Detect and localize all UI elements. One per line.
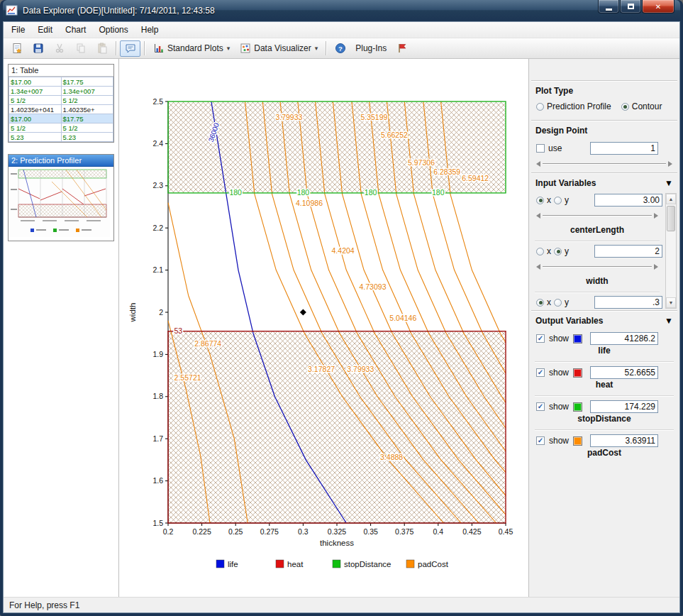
scrollbar-thumb[interactable] xyxy=(667,206,675,231)
profiler-thumbnail[interactable]: 2: Prediction Profiler xyxy=(8,154,114,241)
row3-value-field[interactable] xyxy=(594,296,662,309)
plot-type-option-contour[interactable]: Contour xyxy=(621,101,662,111)
menu-edit[interactable]: Edit xyxy=(31,23,59,37)
help-button[interactable]: ? xyxy=(330,40,350,57)
use-checkbox[interactable] xyxy=(536,144,545,153)
table-thumbnail-title[interactable]: 1: Table xyxy=(9,65,113,77)
slider-right-arrow-icon[interactable] xyxy=(668,161,672,167)
table-row[interactable]: 1.40235e+0411.40235e+ xyxy=(9,105,113,114)
design-point-slider[interactable] xyxy=(536,159,672,168)
annotations-button[interactable] xyxy=(120,40,140,57)
life-color-swatch[interactable] xyxy=(573,334,582,343)
centerLength-y-axis-radio[interactable] xyxy=(554,197,562,204)
centerLength-value-field[interactable] xyxy=(594,194,662,207)
heat-value-field[interactable] xyxy=(590,366,658,379)
plot-type-option-label: Contour xyxy=(632,101,662,111)
title-bar[interactable]: Data Explorer (DOE)[Untitled]: 7/14/2011… xyxy=(3,0,680,21)
table-cell: 5.23 xyxy=(9,133,62,142)
slider-left-arrow-icon[interactable] xyxy=(536,213,540,219)
table-thumbnail[interactable]: 1: Table $17.00$17.751.34e+0071.34e+0075… xyxy=(8,64,114,143)
input-variables-collapse-icon[interactable]: ▼ xyxy=(665,180,673,187)
x-tick-label: 0.375 xyxy=(395,527,413,536)
padCost-value-field[interactable] xyxy=(590,434,658,447)
design-point-marker[interactable] xyxy=(300,309,306,316)
divider xyxy=(535,429,674,431)
scroll-down-icon[interactable]: ▼ xyxy=(666,297,676,308)
input-variables-scrollbar[interactable]: ▲ ▼ xyxy=(665,193,677,309)
centerLength-x-axis-radio[interactable] xyxy=(536,197,544,204)
input-variable-rows: xycenterLengthxywidthxy xyxy=(529,192,665,310)
plot-type-radio-contour[interactable] xyxy=(621,103,629,111)
padcost-contour-label: 3.4888 xyxy=(380,453,403,461)
plug-ins-button[interactable]: Plug-Ins xyxy=(351,40,391,57)
menu-options[interactable]: Options xyxy=(92,23,134,37)
profiler-thumbnail-preview[interactable] xyxy=(9,167,113,241)
contour-chart[interactable]: 0.20.2250.250.2750.30.3250.350.3750.40.4… xyxy=(121,80,518,585)
table-cell: 1.34e+007 xyxy=(61,87,113,96)
heat-color-swatch[interactable] xyxy=(573,368,582,378)
legend-label: padCost xyxy=(418,560,449,568)
input-variable-line: xy xyxy=(529,192,665,208)
output-variables-collapse-icon[interactable]: ▼ xyxy=(665,317,673,324)
row3-y-axis-radio[interactable] xyxy=(554,299,562,307)
plot-type-option-prediction-profile[interactable]: Prediction Profile xyxy=(536,101,611,111)
width-value-field[interactable] xyxy=(594,245,662,258)
table-row[interactable]: 5 1/25 1/2 xyxy=(9,123,113,133)
slider-left-arrow-icon[interactable] xyxy=(536,264,540,270)
padCost-color-swatch[interactable] xyxy=(573,436,582,446)
menu-file[interactable]: File xyxy=(5,23,31,37)
menu-help[interactable]: Help xyxy=(135,23,165,37)
save-button[interactable] xyxy=(28,40,48,57)
use-checkbox-label: use xyxy=(548,143,562,153)
slider-right-arrow-icon[interactable] xyxy=(654,264,658,270)
minimize-button[interactable] xyxy=(598,0,619,13)
slider-track[interactable] xyxy=(543,163,666,165)
slider-track[interactable] xyxy=(543,266,652,268)
y-tick-label: 2.4 xyxy=(152,139,163,148)
padCost-show-checkbox[interactable] xyxy=(536,436,545,445)
input-variable-centerLength: xycenterLength xyxy=(529,192,665,240)
width-y-axis-radio[interactable] xyxy=(554,248,562,255)
centerLength-slider[interactable] xyxy=(536,211,658,220)
centerLength-label: centerLength xyxy=(529,224,665,240)
stopDistance-show-checkbox[interactable] xyxy=(536,402,545,411)
stopDistance-value-field[interactable] xyxy=(590,400,658,413)
design-point-field[interactable] xyxy=(590,142,658,155)
close-button[interactable]: ✕ xyxy=(642,0,674,13)
row3-x-axis-radio[interactable] xyxy=(536,299,544,307)
width-label: width xyxy=(529,275,665,291)
life-show-checkbox[interactable] xyxy=(536,334,545,343)
table-row[interactable]: 5 1/25 1/2 xyxy=(9,96,113,105)
width-x-axis-radio[interactable] xyxy=(536,248,544,255)
standard-plots-button[interactable]: Standard Plots▾ xyxy=(148,40,234,57)
stopDistance-color-swatch[interactable] xyxy=(573,402,582,412)
table-row[interactable]: $17.00$17.75 xyxy=(9,114,113,123)
data-visualizer-button[interactable]: Data Visualizer▾ xyxy=(235,40,322,57)
life-value-field[interactable] xyxy=(590,332,658,345)
table-row[interactable]: 5.235.23 xyxy=(9,133,113,142)
menu-chart[interactable]: Chart xyxy=(59,23,92,37)
table-cell: $17.00 xyxy=(9,114,62,123)
width-slider[interactable] xyxy=(536,262,658,271)
maximize-button[interactable] xyxy=(620,0,641,13)
plot-type-radio-prediction-profile[interactable] xyxy=(536,103,544,111)
y-radio-label: y xyxy=(565,246,569,256)
scrollbar-track[interactable] xyxy=(666,204,676,297)
legend-swatch xyxy=(406,560,414,568)
y-tick-label: 1.6 xyxy=(152,476,163,485)
table-row[interactable]: $17.00$17.75 xyxy=(9,77,113,87)
scroll-up-icon[interactable]: ▲ xyxy=(666,194,676,204)
new-button[interactable] xyxy=(6,40,27,57)
y-tick-label: 2.1 xyxy=(152,265,163,274)
copy-icon xyxy=(74,43,87,55)
slider-right-arrow-icon[interactable] xyxy=(654,213,658,219)
slider-track[interactable] xyxy=(543,215,652,216)
plugin-flag-button[interactable] xyxy=(392,40,412,57)
show-checkbox-label: show xyxy=(549,436,569,446)
table-row[interactable]: 1.34e+0071.34e+007 xyxy=(9,87,113,96)
table-cell: 5 1/2 xyxy=(9,123,62,133)
heat-show-checkbox[interactable] xyxy=(536,368,545,377)
slider-left-arrow-icon[interactable] xyxy=(536,161,540,167)
profiler-thumbnail-title[interactable]: 2: Prediction Profiler xyxy=(9,155,113,167)
app-icon xyxy=(6,5,18,16)
